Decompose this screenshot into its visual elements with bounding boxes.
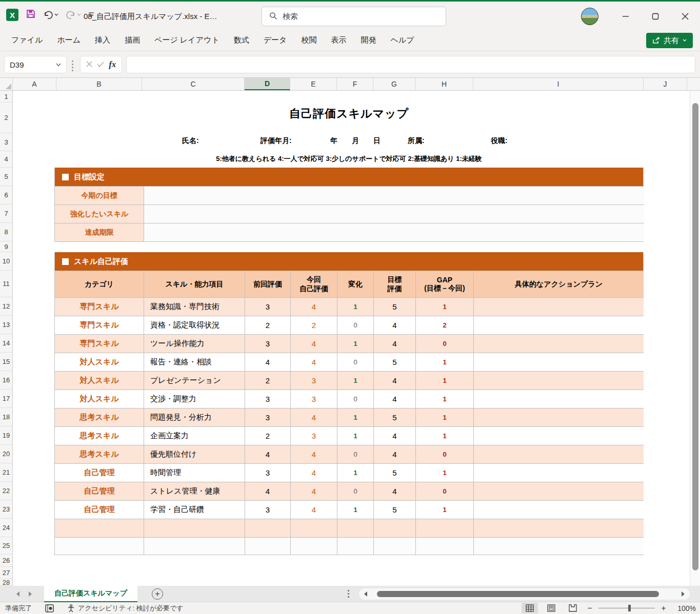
row-header-9[interactable]: 9 [0,241,12,252]
current-score-cell[interactable]: 4 [291,445,337,463]
horizontal-scroll-thumb[interactable] [377,591,659,597]
current-score-cell[interactable]: 3 [291,371,337,390]
column-header-B[interactable]: B [56,78,142,90]
change-cell[interactable]: 1 [337,500,374,519]
skill-cell[interactable]: 学習・自己研鑽 [144,500,245,519]
empty-cell[interactable] [144,519,245,537]
gap-cell[interactable]: 0 [416,482,474,500]
change-cell[interactable]: 1 [337,371,374,390]
category-cell[interactable]: 専門スキル [55,297,144,316]
action-plan-cell[interactable] [474,426,644,445]
goal-value-cell[interactable] [144,204,644,223]
category-cell[interactable]: 対人スキル [55,390,144,408]
gap-cell[interactable]: 1 [416,463,474,482]
target-score-cell[interactable]: 5 [374,297,416,316]
vertical-scrollbar[interactable] [690,91,700,586]
prev-score-cell[interactable]: 3 [245,463,291,482]
row-header-19[interactable]: 19 [0,426,12,445]
target-score-cell[interactable]: 4 [374,390,416,408]
current-score-cell[interactable]: 4 [291,334,337,353]
sheet-tab-active[interactable]: 自己評価スキルマップ [44,586,137,602]
skill-cell[interactable]: 交渉・調整力 [144,390,245,408]
change-cell[interactable]: 0 [337,390,374,408]
minimize-button[interactable] [611,2,641,31]
target-score-cell[interactable]: 4 [374,445,416,463]
empty-cell[interactable] [291,519,337,537]
current-score-cell[interactable]: 3 [291,426,337,445]
row-header-25[interactable]: 25 [0,537,12,555]
target-score-cell[interactable]: 4 [374,316,416,334]
gap-cell[interactable]: 0 [416,445,474,463]
prev-score-cell[interactable]: 3 [245,334,291,353]
page-break-view-button[interactable] [565,603,581,613]
change-cell[interactable]: 1 [337,334,374,353]
row-header-23[interactable]: 23 [0,500,12,519]
prev-score-cell[interactable]: 4 [245,445,291,463]
action-plan-cell[interactable] [474,445,644,463]
target-score-cell[interactable]: 5 [374,408,416,426]
row-header-21[interactable]: 21 [0,463,12,482]
empty-cell[interactable] [337,537,374,555]
row-header-2[interactable]: 2 [0,103,12,133]
zoom-slider[interactable] [598,608,655,608]
skill-cell[interactable]: 優先順位付け [144,445,245,463]
category-cell[interactable]: 自己管理 [55,463,144,482]
excel-logo-icon[interactable]: X [6,9,18,21]
skill-cell[interactable]: 資格・認定取得状況 [144,316,245,334]
row-header-11[interactable]: 11 [0,271,12,297]
change-cell[interactable]: 0 [337,482,374,500]
category-cell[interactable]: 対人スキル [55,371,144,390]
change-cell[interactable]: 1 [337,408,374,426]
target-score-cell[interactable]: 5 [374,353,416,371]
current-score-cell[interactable]: 2 [291,316,337,334]
action-plan-cell[interactable] [474,297,644,316]
empty-cell[interactable] [55,537,144,555]
row-header-12[interactable]: 12 [0,297,12,316]
ribbon-tab-ホーム[interactable]: ホーム [50,30,88,51]
column-header-E[interactable]: E [290,78,337,90]
current-score-cell[interactable]: 3 [291,390,337,408]
skill-cell[interactable]: ツール操作能力 [144,334,245,353]
page-layout-view-button[interactable] [543,603,559,613]
gap-cell[interactable]: 0 [416,334,474,353]
skill-cell[interactable]: 時間管理 [144,463,245,482]
prev-score-cell[interactable]: 3 [245,500,291,519]
category-cell[interactable]: 思考スキル [55,445,144,463]
gap-cell[interactable]: 1 [416,353,474,371]
add-sheet-button[interactable]: + [152,588,163,600]
target-score-cell[interactable]: 4 [374,426,416,445]
empty-cell[interactable] [144,537,245,555]
gap-cell[interactable]: 1 [416,371,474,390]
column-header-D[interactable]: D [245,78,290,90]
row-header-6[interactable]: 6 [0,186,12,204]
ribbon-tab-ヘルプ[interactable]: ヘルプ [383,30,421,51]
cancel-icon[interactable] [86,60,92,69]
empty-cell[interactable] [416,537,474,555]
row-header-10[interactable]: 10 [0,252,12,271]
skill-cell[interactable]: 企画立案力 [144,426,245,445]
normal-view-button[interactable] [522,603,538,613]
undo-button[interactable] [43,10,58,19]
maximize-button[interactable] [641,2,670,31]
name-box[interactable]: D39 [4,56,67,73]
row-header-27[interactable]: 27 [0,567,12,579]
goal-value-cell[interactable] [144,223,644,241]
prev-score-cell[interactable]: 4 [245,482,291,500]
current-score-cell[interactable]: 4 [291,408,337,426]
category-cell[interactable]: 専門スキル [55,334,144,353]
empty-cell[interactable] [416,519,474,537]
ribbon-tab-描画[interactable]: 描画 [117,30,147,51]
category-cell[interactable]: 対人スキル [55,353,144,371]
column-header-C[interactable]: C [142,78,245,90]
empty-cell[interactable] [337,519,374,537]
action-plan-cell[interactable] [474,334,644,353]
gap-cell[interactable]: 1 [416,408,474,426]
ribbon-tab-ファイル[interactable]: ファイル [4,30,50,51]
row-header-22[interactable]: 22 [0,482,12,500]
row-header-26[interactable]: 26 [0,555,12,567]
category-cell[interactable]: 自己管理 [55,500,144,519]
row-header-14[interactable]: 14 [0,334,12,353]
row-header-3[interactable]: 3 [0,133,12,151]
search-input[interactable]: 検索 [262,7,446,26]
change-cell[interactable]: 0 [337,353,374,371]
